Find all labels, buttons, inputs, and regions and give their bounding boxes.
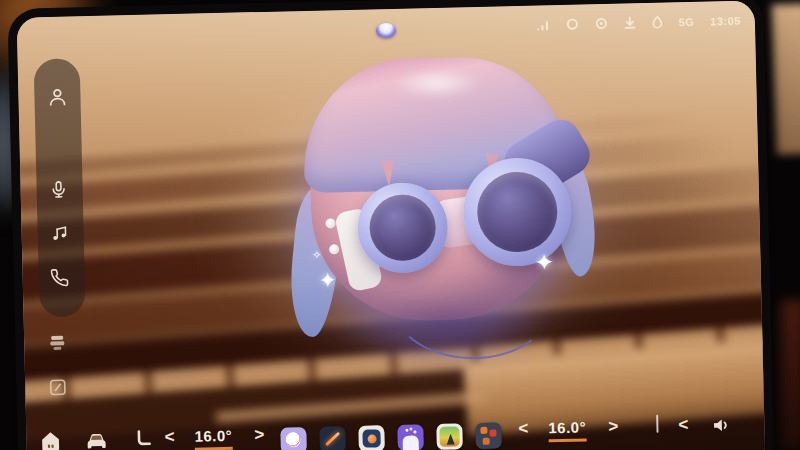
download-icon xyxy=(623,16,635,29)
note-widget-icon[interactable] xyxy=(49,378,89,400)
sparkle-icon: ✦ xyxy=(319,268,337,292)
browser-app-icon[interactable] xyxy=(358,425,385,450)
route-app-icon[interactable] xyxy=(319,426,346,450)
dashboard-edge-blur xyxy=(771,3,800,154)
sidebar-spacer xyxy=(58,119,59,169)
parking-app-icon[interactable] xyxy=(475,422,502,449)
record-circle-icon xyxy=(594,17,607,30)
driver-temp-value[interactable]: 16.0° xyxy=(194,427,232,450)
clock: 13:05 xyxy=(710,14,741,27)
passenger-temp-value[interactable]: 16.0° xyxy=(548,418,586,442)
assistant-avatar[interactable]: ✦ ✧ ✦ xyxy=(267,44,607,384)
photo-frame: 5G 13:05 xyxy=(0,0,800,450)
status-icons: 5G 13:05 xyxy=(535,14,741,32)
speaker-icon[interactable] xyxy=(710,414,733,437)
phone-icon[interactable] xyxy=(50,268,73,291)
sparkle-icon: ✦ xyxy=(534,249,554,276)
ai-app-icon[interactable] xyxy=(397,424,424,450)
microphone-icon[interactable] xyxy=(48,180,71,203)
volume-up-button[interactable]: > xyxy=(764,413,765,433)
driver-temp-up-button[interactable]: > xyxy=(254,425,264,445)
home-icon[interactable] xyxy=(38,429,63,450)
drop-icon xyxy=(651,16,662,29)
seat-icon[interactable] xyxy=(130,428,155,450)
widget-keys-icon[interactable] xyxy=(48,334,88,355)
sidebar xyxy=(34,58,86,317)
music-icon[interactable] xyxy=(49,224,72,247)
volume-down-button[interactable]: < xyxy=(678,415,688,435)
media-app-icon[interactable] xyxy=(280,427,307,450)
voice-circle-icon xyxy=(565,18,578,31)
network-label: 5G xyxy=(678,15,694,27)
sparkle-icon: ✧ xyxy=(312,249,322,262)
sidebar-extra xyxy=(48,334,90,424)
driver-temp-down-button[interactable]: < xyxy=(164,427,174,447)
passenger-temp-up-button[interactable]: > xyxy=(608,417,618,437)
user-icon[interactable] xyxy=(46,86,69,109)
dashboard-edge-dark xyxy=(780,300,800,450)
passenger-temp-down-button[interactable]: < xyxy=(518,419,528,439)
map-app-icon[interactable] xyxy=(436,423,463,450)
app-dock xyxy=(280,422,502,450)
dock-divider xyxy=(656,415,658,433)
car-icon[interactable] xyxy=(84,429,109,450)
signal-icon xyxy=(535,19,549,31)
assistant-orb-icon[interactable] xyxy=(376,23,396,38)
car-infotainment-screen: 5G 13:05 xyxy=(17,0,766,450)
